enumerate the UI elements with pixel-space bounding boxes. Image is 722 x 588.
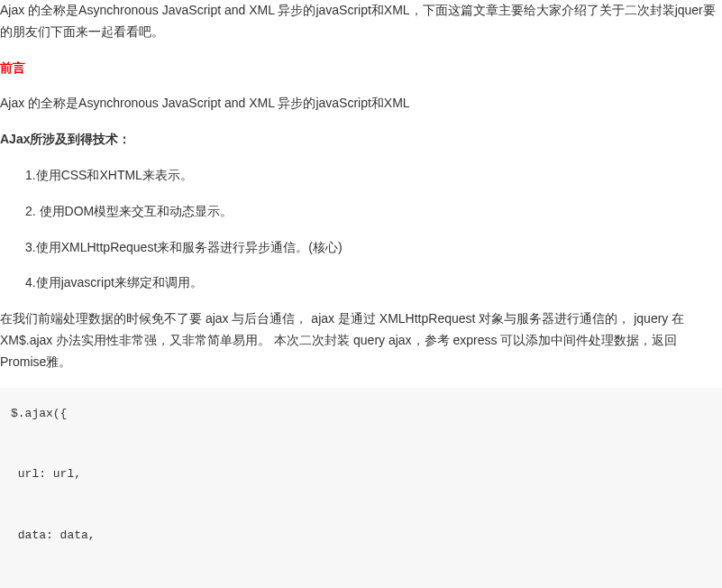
section-heading-preface: 前言 [0, 58, 722, 79]
ajax-definition: Ajax 的全称是Asynchronous JavaScript and XML… [0, 93, 722, 115]
code-line: $.ajax({ [11, 407, 67, 420]
tech-item-1: 1.使用CSS和XHTML来表示。 [0, 165, 722, 187]
article-content: Ajax 的全称是Asynchronous JavaScript and XML… [0, 0, 722, 588]
body-paragraph: 在我们前端处理数据的时候免不了要 ajax 与后台通信， ajax 是通过 XM… [0, 308, 722, 372]
tech-heading: AJax所涉及到得技术： [0, 129, 722, 151]
intro-paragraph: Ajax 的全称是Asynchronous JavaScript and XML… [0, 0, 722, 43]
code-block: $.ajax({ url: url, data: data, dataType:… [0, 388, 722, 588]
code-line: url: url, [11, 467, 81, 481]
tech-item-3: 3.使用XMLHttpRequest来和服务器进行异步通信。(核心) [0, 237, 722, 259]
tech-item-2: 2. 使用DOM模型来交互和动态显示。 [0, 201, 722, 223]
tech-item-4: 4.使用javascript来绑定和调用。 [0, 272, 722, 294]
code-line: data: data, [11, 528, 96, 542]
